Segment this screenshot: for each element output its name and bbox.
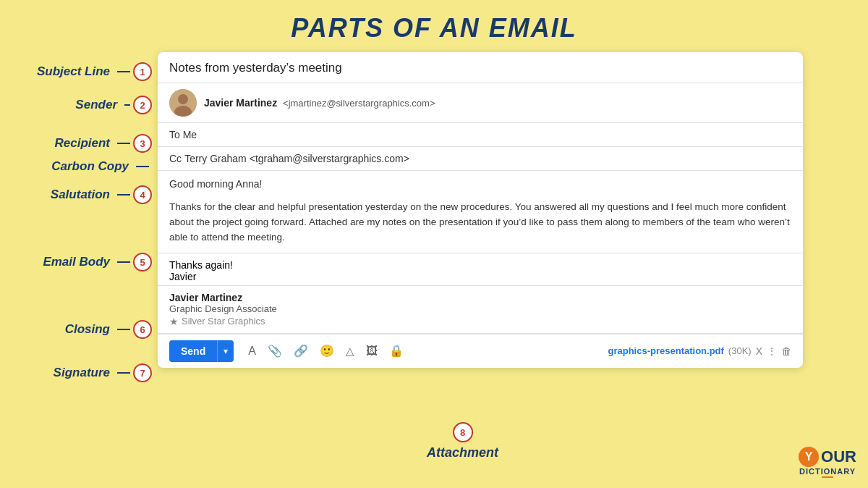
attachment-bottom-label: 8 Attachment [427,422,498,460]
svg-point-1 [178,94,188,104]
cc-email: <tgraham@silverstargraphics.com> [250,153,409,164]
closing-line2: Javier [169,271,791,282]
attachment-label-text: Attachment [427,445,498,460]
closing-row: Thanks again! Javier [158,253,803,286]
sender-info: Javier Martinez <jmartinez@silverstargra… [204,97,435,109]
circle-2: 2 [133,96,152,114]
attachment-more-button[interactable]: ⋮ [767,345,777,357]
logo-our-text: OUR [821,447,856,466]
label-recipient: Recipient 3 [7,134,152,153]
image-icon[interactable]: 🖼 [363,342,380,361]
logo-row: Y OUR [799,447,856,467]
sig-title: Graphic Design Associate [169,303,791,314]
circle-3: 3 [133,134,152,153]
label-signature: Signature 7 [7,363,152,382]
logo-area: Y OUR DICTIONARY [799,447,856,478]
font-icon[interactable]: A [245,342,259,361]
circle-7: 7 [133,363,152,382]
star-icon: ★ [169,316,179,327]
sender-email: <jmartinez@silverstargraphics.com> [283,98,435,109]
lock-icon[interactable]: 🔒 [386,341,407,361]
circle-4: 4 [133,185,152,204]
sender-row: Javier Martinez <jmartinez@silverstargra… [158,83,803,123]
logo-y-circle: Y [799,447,819,467]
attachment-size: (30K) [728,345,752,356]
attachment-delete-button[interactable]: 🗑 [781,345,791,357]
label-subject-line: Subject Line 1 [7,62,152,81]
logo-dictionary-text: DICTIONARY [799,467,856,476]
attach-icon[interactable]: 📎 [265,341,285,361]
recipient-row: To Me [158,123,803,147]
sig-name: Javier Martinez [169,292,791,303]
circle-5: 5 [133,253,152,272]
subject-row: Notes from yesterday’s meeting [158,52,803,83]
attachment-x-button[interactable]: X [756,345,762,357]
attachment-area: graphics-presentation.pdf (30K) X ⋮ 🗑 [608,345,792,357]
email-body-text: Thanks for the clear and helpful present… [158,193,803,253]
labels-column: Subject Line 1 Sender 2 Recipient 3 Carb… [7,52,152,443]
circle-1: 1 [133,62,152,81]
send-group[interactable]: Send ▾ [169,340,234,362]
send-dropdown-button[interactable]: ▾ [217,340,234,362]
salutation-text: Good morning Anna! [169,178,262,190]
cc-name: Terry Graham [184,153,247,164]
attachment-link[interactable]: graphics-presentation.pdf [608,345,724,356]
cc-label: Cc [169,153,182,164]
signature-row: Javier Martinez Graphic Design Associate… [158,286,803,334]
link-icon[interactable]: 🔗 [291,341,311,361]
label-carbon-copy: Carbon Copy [7,159,152,174]
cc-row: Cc Terry Graham <tgraham@silverstargraph… [158,147,803,171]
send-button[interactable]: Send [169,340,217,362]
sig-company: ★ Silver Star Graphics [169,316,791,327]
label-closing: Closing 6 [7,320,152,339]
salutation-row: Good morning Anna! [158,171,803,193]
avatar [169,89,197,117]
sender-name: Javier Martinez [204,97,277,109]
drive-icon[interactable]: △ [343,342,357,361]
closing-line1: Thanks again! [169,259,791,271]
circle-6: 6 [133,320,152,339]
label-email-body: Email Body 5 [7,253,152,272]
subject-text: Notes from yesterday’s meeting [169,61,342,75]
email-panel: Notes from yesterday’s meeting Javier Ma… [158,52,803,368]
circle-8: 8 [453,422,473,442]
label-salutation: Salutation 4 [7,185,152,204]
recipient-text: To Me [169,129,197,140]
toolbar-row: Send ▾ A 📎 🔗 🙂 △ 🖼 🔒 graphics-presentati… [158,334,803,368]
page-title: PARTS OF AN EMAIL [0,0,868,52]
emoji-icon[interactable]: 🙂 [317,341,337,361]
label-sender: Sender 2 [7,96,152,114]
